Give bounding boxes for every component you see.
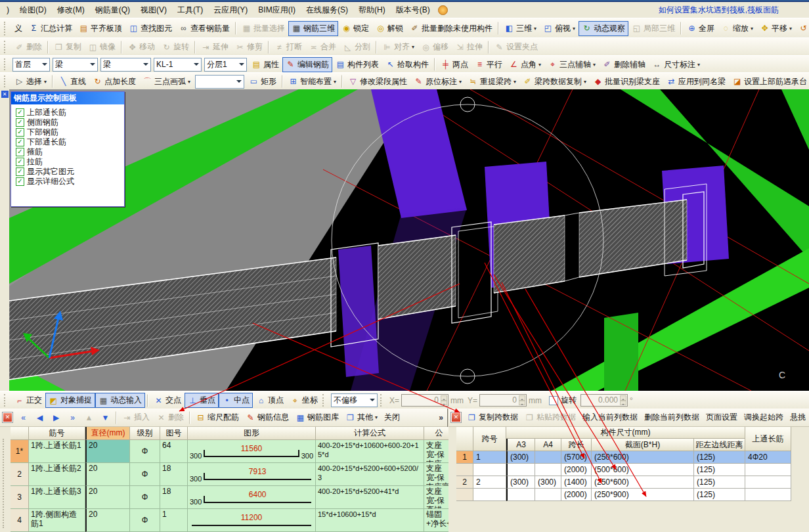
toolbar-button[interactable]: ⌖三点辅轴▾: [544, 57, 599, 72]
row-marker[interactable]: 2: [11, 463, 29, 486]
toolbar-button[interactable]: ↻点加长度: [89, 74, 139, 89]
cell-figure-no[interactable]: 18: [160, 463, 188, 486]
column-header[interactable]: 图形: [188, 427, 316, 440]
panel-toolbar-button[interactable]: ❐其他▾: [342, 410, 381, 425]
toolbar-button[interactable]: ▭矩形: [246, 74, 280, 89]
toolbar-grip[interactable]: [322, 394, 326, 407]
checkbox-checked-icon[interactable]: ✓: [16, 148, 24, 156]
rebar-display-option[interactable]: ✓箍筋: [16, 147, 122, 157]
cell-diameter[interactable]: 20: [85, 486, 130, 509]
toolbar-button[interactable]: ◉锁定: [338, 21, 372, 36]
menu-item[interactable]: 云应用(Y): [208, 3, 253, 17]
rebar-display-option[interactable]: ✓拉筋: [16, 157, 122, 167]
toolbar-button[interactable]: [282, 75, 283, 88]
panel-toolbar-button[interactable]: ✎钢筋信息: [242, 410, 292, 425]
rotate-checkbox[interactable]: [549, 396, 558, 405]
row-marker[interactable]: 1*: [11, 440, 29, 463]
cell-grade[interactable]: Φ: [130, 486, 160, 509]
panel-toolbar-button[interactable]: 调换起始跨: [741, 410, 787, 425]
type-select[interactable]: 梁: [100, 58, 151, 72]
menu-item[interactable]: 版本号(B): [391, 3, 435, 17]
cell-formula[interactable]: 400-20+15*d+10600+600-20+15*d: [316, 440, 424, 463]
rebar-display-option[interactable]: ✓侧面钢筋: [16, 118, 122, 127]
toolbar-button[interactable]: ✂修剪: [232, 39, 266, 55]
cell-left-distance[interactable]: (125): [694, 476, 745, 489]
column-header[interactable]: 上通长筋: [745, 427, 791, 451]
close-icon[interactable]: ✕: [451, 412, 461, 422]
column-header[interactable]: A3: [506, 439, 535, 451]
cell-a3[interactable]: [506, 489, 535, 501]
cell-a3[interactable]: [506, 464, 535, 476]
toolbar-button[interactable]: [235, 22, 236, 35]
row-marker[interactable]: 4: [11, 509, 29, 532]
column-header[interactable]: 筋号: [29, 427, 85, 440]
cell-section[interactable]: (250*900): [592, 489, 694, 501]
toolbar-button[interactable]: [268, 41, 269, 54]
toolbar-button[interactable]: [121, 41, 122, 54]
component-select[interactable]: KL-1: [154, 58, 202, 72]
column-header[interactable]: 计算公式: [316, 427, 424, 440]
toolbar-button[interactable]: ▤属性: [248, 57, 282, 72]
cell-rebar-name[interactable]: 1跨.上通长筋1: [29, 440, 85, 463]
toolbar-button[interactable]: ⊞智能布置▾: [285, 74, 339, 89]
toolbar-button[interactable]: ✎设置夹点: [491, 39, 541, 55]
cell-span-length[interactable]: (1400): [561, 476, 592, 489]
panel-toolbar-button[interactable]: 悬挑: [787, 410, 809, 425]
panel-toolbar-button[interactable]: [116, 411, 117, 424]
panel-toolbar-button[interactable]: ◀: [32, 411, 48, 424]
menu-item[interactable]: ): [1, 4, 14, 16]
cell-formula[interactable]: 15*d+10600+15*d: [316, 509, 424, 532]
cell-diameter[interactable]: 20: [85, 509, 130, 532]
cell-figure-no[interactable]: 64: [160, 440, 188, 463]
cell-rebar-name[interactable]: 1跨.上通长筋2: [29, 463, 85, 486]
snap-toggle-button[interactable]: ▦动态输入: [95, 393, 145, 408]
cell-formula[interactable]: 400-20+15*d+5200+41*d: [316, 486, 424, 509]
toolbar-button[interactable]: [194, 41, 196, 54]
toolbar-button[interactable]: ⇲拉伸: [452, 39, 486, 55]
toolbar-button[interactable]: ≍合并: [305, 39, 339, 55]
panel-toolbar-button[interactable]: 输入当前列数据: [579, 410, 641, 425]
cell-top-bar[interactable]: 4Φ20: [745, 451, 791, 464]
toolbar-button[interactable]: ✐梁跨数据复制▾: [519, 74, 590, 89]
toolbar-grip[interactable]: [4, 58, 8, 70]
cell-span-no[interactable]: [473, 489, 506, 501]
toolbar-button[interactable]: ↺屏幕旋转: [795, 21, 809, 36]
toolbar-button[interactable]: ▦批量选择: [238, 21, 288, 36]
toolbar-grip[interactable]: [4, 22, 8, 35]
panel-toolbar-button[interactable]: ❐粘贴跨数据: [521, 410, 579, 425]
toolbar-button[interactable]: ✎编辑钢筋: [282, 57, 332, 72]
toolbar-button[interactable]: 义: [11, 21, 26, 36]
toolbar-button[interactable]: [680, 22, 682, 35]
column-header[interactable]: 跨长: [561, 439, 592, 451]
menu-item[interactable]: 修改(M): [52, 3, 90, 17]
dock-icon[interactable]: ✕: [1, 91, 9, 98]
panel-toolbar-button[interactable]: ⊟缩尺配筋: [192, 410, 242, 425]
cell-left-distance[interactable]: (125): [694, 451, 745, 464]
toolbar-button[interactable]: ≠打断: [271, 39, 305, 55]
panel-toolbar-button[interactable]: ❐复制跨数据: [464, 410, 521, 425]
column-header[interactable]: 截面(B*H): [592, 439, 694, 451]
menu-item[interactable]: 在线服务(S): [301, 3, 353, 17]
toolbar-button[interactable]: ❐复制: [51, 39, 85, 55]
checkbox-checked-icon[interactable]: ✓: [16, 118, 24, 127]
checkbox-checked-icon[interactable]: ✓: [16, 167, 24, 176]
menu-item[interactable]: 帮助(H): [353, 3, 391, 17]
x-input[interactable]: 0: [401, 394, 448, 407]
toolbar-button[interactable]: ◺分割: [339, 39, 374, 55]
toolbar-button[interactable]: ▤构件列表: [332, 57, 382, 72]
row-marker[interactable]: 2: [456, 476, 473, 489]
column-header[interactable]: 距左边线距离: [694, 439, 745, 451]
cell-top-bar[interactable]: [745, 489, 791, 501]
cell-figure-no[interactable]: 1: [160, 509, 188, 532]
cell-section[interactable]: (500*600): [592, 464, 694, 476]
panel-toolbar-button[interactable]: »: [64, 411, 81, 424]
toolbar-button[interactable]: ✐删除辅轴: [599, 57, 649, 72]
rebar-display-option[interactable]: ✓下部钢筋: [16, 127, 122, 137]
cell-section[interactable]: (250*600): [592, 476, 694, 489]
panel-toolbar-button[interactable]: ▲: [81, 411, 97, 424]
toolbar-button[interactable]: ◆批量识别梁支座: [590, 74, 663, 89]
toolbar-button[interactable]: ▽修改梁段属性: [345, 74, 410, 89]
floor-select[interactable]: 首层: [12, 58, 50, 72]
toolbar-button[interactable]: ◰俯视▾: [540, 21, 579, 36]
checkbox-checked-icon[interactable]: ✓: [16, 158, 24, 166]
